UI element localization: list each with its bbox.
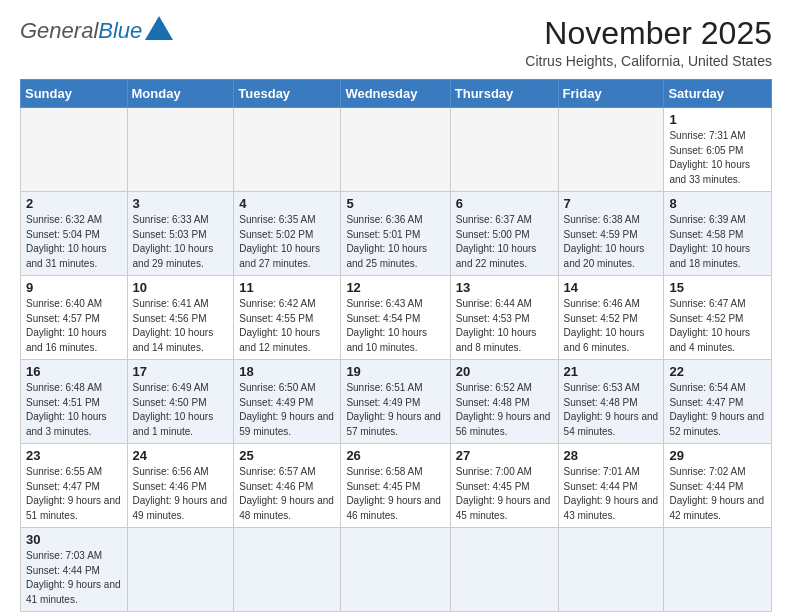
location: Citrus Heights, California, United State… [525, 53, 772, 69]
calendar-cell: 8Sunrise: 6:39 AM Sunset: 4:58 PM Daylig… [664, 192, 772, 276]
day-info: Sunrise: 6:51 AM Sunset: 4:49 PM Dayligh… [346, 381, 444, 439]
day-info: Sunrise: 6:43 AM Sunset: 4:54 PM Dayligh… [346, 297, 444, 355]
day-info: Sunrise: 6:53 AM Sunset: 4:48 PM Dayligh… [564, 381, 659, 439]
month-title: November 2025 [525, 16, 772, 51]
calendar-cell: 29Sunrise: 7:02 AM Sunset: 4:44 PM Dayli… [664, 444, 772, 528]
calendar-cell: 16Sunrise: 6:48 AM Sunset: 4:51 PM Dayli… [21, 360, 128, 444]
day-number: 23 [26, 448, 122, 463]
day-number: 9 [26, 280, 122, 295]
calendar-cell: 10Sunrise: 6:41 AM Sunset: 4:56 PM Dayli… [127, 276, 234, 360]
day-number: 20 [456, 364, 553, 379]
day-number: 22 [669, 364, 766, 379]
calendar-cell: 26Sunrise: 6:58 AM Sunset: 4:45 PM Dayli… [341, 444, 450, 528]
day-info: Sunrise: 6:50 AM Sunset: 4:49 PM Dayligh… [239, 381, 335, 439]
col-header-tuesday: Tuesday [234, 80, 341, 108]
day-info: Sunrise: 7:00 AM Sunset: 4:45 PM Dayligh… [456, 465, 553, 523]
day-info: Sunrise: 6:33 AM Sunset: 5:03 PM Dayligh… [133, 213, 229, 271]
day-number: 12 [346, 280, 444, 295]
day-number: 15 [669, 280, 766, 295]
day-info: Sunrise: 7:31 AM Sunset: 6:05 PM Dayligh… [669, 129, 766, 187]
day-number: 28 [564, 448, 659, 463]
logo: General Blue [20, 16, 173, 42]
calendar-cell: 15Sunrise: 6:47 AM Sunset: 4:52 PM Dayli… [664, 276, 772, 360]
day-number: 3 [133, 196, 229, 211]
day-info: Sunrise: 6:48 AM Sunset: 4:51 PM Dayligh… [26, 381, 122, 439]
page: General Blue November 2025 Citrus Height… [0, 0, 792, 612]
calendar-cell: 4Sunrise: 6:35 AM Sunset: 5:02 PM Daylig… [234, 192, 341, 276]
day-info: Sunrise: 7:03 AM Sunset: 4:44 PM Dayligh… [26, 549, 122, 607]
calendar-week-row: 9Sunrise: 6:40 AM Sunset: 4:57 PM Daylig… [21, 276, 772, 360]
day-number: 10 [133, 280, 229, 295]
calendar-cell: 21Sunrise: 6:53 AM Sunset: 4:48 PM Dayli… [558, 360, 664, 444]
col-header-saturday: Saturday [664, 80, 772, 108]
day-number: 19 [346, 364, 444, 379]
day-info: Sunrise: 7:02 AM Sunset: 4:44 PM Dayligh… [669, 465, 766, 523]
calendar-cell [341, 108, 450, 192]
calendar-header-row: SundayMondayTuesdayWednesdayThursdayFrid… [21, 80, 772, 108]
day-info: Sunrise: 6:54 AM Sunset: 4:47 PM Dayligh… [669, 381, 766, 439]
day-info: Sunrise: 6:55 AM Sunset: 4:47 PM Dayligh… [26, 465, 122, 523]
header: General Blue November 2025 Citrus Height… [20, 16, 772, 69]
day-info: Sunrise: 6:47 AM Sunset: 4:52 PM Dayligh… [669, 297, 766, 355]
col-header-wednesday: Wednesday [341, 80, 450, 108]
logo-general: General [20, 20, 98, 42]
calendar-week-row: 16Sunrise: 6:48 AM Sunset: 4:51 PM Dayli… [21, 360, 772, 444]
calendar-cell [664, 528, 772, 612]
calendar-cell: 9Sunrise: 6:40 AM Sunset: 4:57 PM Daylig… [21, 276, 128, 360]
day-info: Sunrise: 6:52 AM Sunset: 4:48 PM Dayligh… [456, 381, 553, 439]
day-number: 17 [133, 364, 229, 379]
calendar-cell [450, 108, 558, 192]
svg-marker-0 [145, 16, 173, 40]
calendar-cell: 7Sunrise: 6:38 AM Sunset: 4:59 PM Daylig… [558, 192, 664, 276]
day-info: Sunrise: 6:36 AM Sunset: 5:01 PM Dayligh… [346, 213, 444, 271]
day-number: 13 [456, 280, 553, 295]
day-info: Sunrise: 6:57 AM Sunset: 4:46 PM Dayligh… [239, 465, 335, 523]
day-number: 1 [669, 112, 766, 127]
col-header-sunday: Sunday [21, 80, 128, 108]
day-number: 6 [456, 196, 553, 211]
calendar-cell: 18Sunrise: 6:50 AM Sunset: 4:49 PM Dayli… [234, 360, 341, 444]
calendar-cell: 17Sunrise: 6:49 AM Sunset: 4:50 PM Dayli… [127, 360, 234, 444]
day-number: 18 [239, 364, 335, 379]
calendar-cell: 25Sunrise: 6:57 AM Sunset: 4:46 PM Dayli… [234, 444, 341, 528]
calendar-cell [558, 528, 664, 612]
day-info: Sunrise: 6:35 AM Sunset: 5:02 PM Dayligh… [239, 213, 335, 271]
calendar-cell [234, 108, 341, 192]
calendar: SundayMondayTuesdayWednesdayThursdayFrid… [20, 79, 772, 612]
calendar-cell: 14Sunrise: 6:46 AM Sunset: 4:52 PM Dayli… [558, 276, 664, 360]
calendar-cell: 30Sunrise: 7:03 AM Sunset: 4:44 PM Dayli… [21, 528, 128, 612]
day-number: 5 [346, 196, 444, 211]
day-info: Sunrise: 6:32 AM Sunset: 5:04 PM Dayligh… [26, 213, 122, 271]
day-number: 29 [669, 448, 766, 463]
calendar-week-row: 23Sunrise: 6:55 AM Sunset: 4:47 PM Dayli… [21, 444, 772, 528]
calendar-cell: 2Sunrise: 6:32 AM Sunset: 5:04 PM Daylig… [21, 192, 128, 276]
calendar-cell [127, 528, 234, 612]
calendar-cell: 11Sunrise: 6:42 AM Sunset: 4:55 PM Dayli… [234, 276, 341, 360]
logo-icon [145, 16, 173, 40]
calendar-cell: 6Sunrise: 6:37 AM Sunset: 5:00 PM Daylig… [450, 192, 558, 276]
day-info: Sunrise: 6:56 AM Sunset: 4:46 PM Dayligh… [133, 465, 229, 523]
calendar-cell: 20Sunrise: 6:52 AM Sunset: 4:48 PM Dayli… [450, 360, 558, 444]
day-number: 4 [239, 196, 335, 211]
calendar-cell: 3Sunrise: 6:33 AM Sunset: 5:03 PM Daylig… [127, 192, 234, 276]
day-info: Sunrise: 6:49 AM Sunset: 4:50 PM Dayligh… [133, 381, 229, 439]
calendar-cell: 24Sunrise: 6:56 AM Sunset: 4:46 PM Dayli… [127, 444, 234, 528]
day-info: Sunrise: 6:46 AM Sunset: 4:52 PM Dayligh… [564, 297, 659, 355]
day-number: 2 [26, 196, 122, 211]
day-info: Sunrise: 7:01 AM Sunset: 4:44 PM Dayligh… [564, 465, 659, 523]
day-number: 30 [26, 532, 122, 547]
day-number: 21 [564, 364, 659, 379]
day-info: Sunrise: 6:40 AM Sunset: 4:57 PM Dayligh… [26, 297, 122, 355]
col-header-monday: Monday [127, 80, 234, 108]
col-header-friday: Friday [558, 80, 664, 108]
day-number: 25 [239, 448, 335, 463]
calendar-cell: 12Sunrise: 6:43 AM Sunset: 4:54 PM Dayli… [341, 276, 450, 360]
calendar-cell: 23Sunrise: 6:55 AM Sunset: 4:47 PM Dayli… [21, 444, 128, 528]
day-number: 27 [456, 448, 553, 463]
day-number: 7 [564, 196, 659, 211]
day-number: 8 [669, 196, 766, 211]
day-info: Sunrise: 6:58 AM Sunset: 4:45 PM Dayligh… [346, 465, 444, 523]
calendar-week-row: 2Sunrise: 6:32 AM Sunset: 5:04 PM Daylig… [21, 192, 772, 276]
day-info: Sunrise: 6:39 AM Sunset: 4:58 PM Dayligh… [669, 213, 766, 271]
calendar-cell: 5Sunrise: 6:36 AM Sunset: 5:01 PM Daylig… [341, 192, 450, 276]
